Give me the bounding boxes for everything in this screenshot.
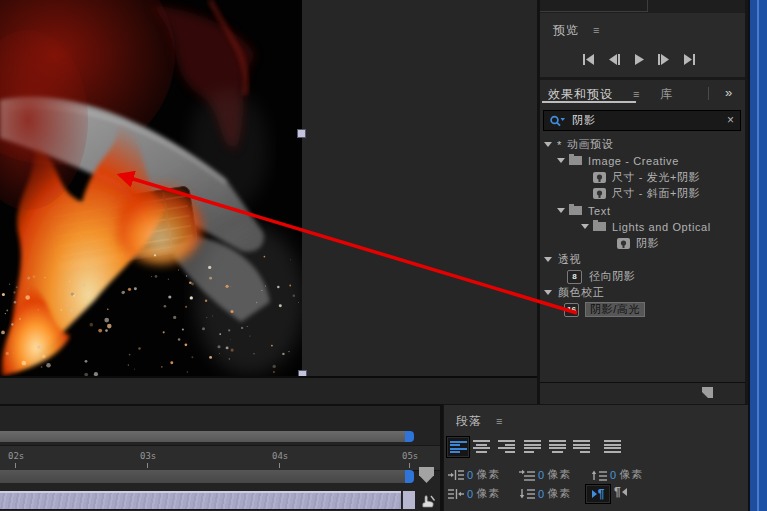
bit-depth-badge: 16 bbox=[564, 303, 579, 317]
time-ruler[interactable]: 02s 03s 04s 05s bbox=[0, 445, 440, 471]
expander-icon[interactable] bbox=[557, 208, 565, 213]
paragraph-panel: 段落 ≡ 0 像素 bbox=[443, 404, 749, 511]
work-area-bar[interactable] bbox=[0, 431, 405, 442]
field-value[interactable]: 0 bbox=[538, 469, 544, 481]
composition-image bbox=[0, 0, 302, 377]
field-value[interactable]: 0 bbox=[467, 469, 473, 481]
field-unit: 像素 bbox=[619, 467, 643, 482]
composition-viewer[interactable] bbox=[0, 0, 537, 404]
field-unit: 像素 bbox=[547, 486, 571, 501]
field-value[interactable]: 0 bbox=[610, 469, 616, 481]
tree-preset-shadow[interactable]: 阴影 bbox=[540, 236, 745, 251]
justify-last-left-button[interactable] bbox=[524, 440, 541, 453]
indent-right-field[interactable]: 0 像素 bbox=[448, 486, 500, 501]
field-value[interactable]: 0 bbox=[538, 488, 544, 500]
field-unit: 像素 bbox=[476, 486, 500, 501]
tick-label: 04s bbox=[272, 451, 288, 461]
expander-icon[interactable] bbox=[544, 257, 552, 262]
next-frame-button[interactable] bbox=[655, 52, 673, 67]
effects-search-box[interactable]: × bbox=[543, 110, 741, 131]
align-left-icon bbox=[450, 441, 467, 454]
space-after-icon bbox=[519, 488, 535, 500]
previous-frame-button[interactable] bbox=[605, 52, 623, 67]
expander-icon[interactable] bbox=[544, 142, 552, 147]
pilcrow-icon: ¶ bbox=[614, 485, 621, 499]
tree-item-label: Lights and Optical bbox=[612, 221, 711, 233]
first-line-indent-field[interactable]: 0 像素 bbox=[519, 467, 571, 482]
panel-menu-icon[interactable]: ≡ bbox=[496, 415, 502, 427]
panel-status-strip bbox=[540, 382, 745, 403]
panel-overflow-icon[interactable]: » bbox=[725, 85, 732, 100]
tree-category-perspective[interactable]: 透视 bbox=[540, 252, 745, 267]
indent-left-icon bbox=[448, 469, 464, 481]
space-before-icon bbox=[591, 469, 607, 481]
desktop-background-sliver bbox=[748, 0, 767, 511]
triangle-right-icon bbox=[592, 490, 597, 498]
tick-mark bbox=[279, 463, 280, 468]
first-frame-button[interactable] bbox=[580, 52, 598, 67]
tree-effect-shadow-highlight[interactable]: 16 阴影/高光 bbox=[540, 302, 745, 317]
play-button[interactable] bbox=[630, 52, 648, 67]
field-unit: 像素 bbox=[547, 467, 571, 482]
selected-item-highlight[interactable]: 阴影/高光 bbox=[585, 302, 645, 317]
tree-category-color-correction[interactable]: 颜色校正 bbox=[540, 285, 745, 300]
tree-folder-text[interactable]: Text bbox=[540, 203, 745, 218]
preset-icon bbox=[617, 238, 630, 249]
layer-duration-bar[interactable] bbox=[0, 491, 401, 510]
space-before-field[interactable]: 0 像素 bbox=[591, 467, 643, 482]
indent-right-icon bbox=[448, 488, 464, 500]
preview-panel: 预览 ≡ bbox=[540, 13, 745, 77]
align-left-button[interactable] bbox=[446, 436, 470, 458]
effects-presets-panel: 效果和预设 ≡ 库 » × * 动画预设 bbox=[540, 80, 745, 403]
last-frame-button[interactable] bbox=[680, 52, 698, 67]
tick-mark bbox=[15, 463, 16, 468]
tree-preset-bevel-shadow[interactable]: 尺寸 - 斜面+阴影 bbox=[540, 186, 745, 201]
tree-item-label: 颜色校正 bbox=[558, 285, 604, 300]
navigator-end-handle[interactable] bbox=[405, 470, 414, 483]
marker-well-icon[interactable] bbox=[419, 467, 434, 483]
justify-last-right-button[interactable] bbox=[573, 440, 590, 453]
expander-icon[interactable] bbox=[557, 158, 565, 163]
timeline-panel: 02s 03s 04s 05s bbox=[0, 404, 443, 511]
tree-item-animation-presets[interactable]: * 动画预设 bbox=[540, 137, 745, 152]
paragraph-panel-title: 段落 bbox=[456, 413, 482, 430]
panel-menu-icon[interactable]: ≡ bbox=[633, 88, 639, 100]
layer-edge-handle[interactable] bbox=[297, 129, 306, 138]
hand-write-on-icon[interactable] bbox=[419, 492, 437, 511]
justify-all-button[interactable] bbox=[604, 440, 621, 453]
layer-bar-end[interactable] bbox=[402, 491, 415, 509]
tree-folder-lights-optical[interactable]: Lights and Optical bbox=[540, 219, 745, 234]
text-direction-rtl-button[interactable]: ¶ bbox=[614, 485, 627, 499]
indent-left-field[interactable]: 0 像素 bbox=[448, 467, 500, 482]
tree-item-label: Text bbox=[588, 205, 611, 217]
navigator-bar[interactable] bbox=[0, 470, 405, 483]
search-icon[interactable] bbox=[549, 114, 566, 128]
search-input[interactable] bbox=[570, 114, 724, 128]
upper-panels-strip bbox=[540, 0, 745, 13]
preview-panel-title: 预览 bbox=[553, 22, 579, 39]
space-after-field[interactable]: 0 像素 bbox=[519, 486, 571, 501]
expander-icon[interactable] bbox=[544, 290, 552, 295]
preset-icon bbox=[593, 188, 606, 199]
pilcrow-icon: ¶ bbox=[598, 487, 605, 501]
work-area-end-handle[interactable] bbox=[405, 431, 414, 442]
text-direction-ltr-button[interactable]: ¶ bbox=[585, 484, 611, 504]
expander-icon[interactable] bbox=[581, 224, 589, 229]
field-value[interactable]: 0 bbox=[467, 488, 473, 500]
tick-label: 02s bbox=[8, 451, 24, 461]
bit-depth-badge: 8 bbox=[567, 270, 582, 284]
tree-effect-radial-shadow[interactable]: 8 径向阴影 bbox=[540, 269, 745, 284]
clear-search-icon[interactable]: × bbox=[727, 113, 734, 127]
tree-item-label: 径向阴影 bbox=[589, 269, 635, 284]
folder-icon bbox=[569, 206, 582, 215]
resize-grip-icon[interactable] bbox=[700, 386, 714, 404]
tab-library[interactable]: 库 bbox=[660, 86, 673, 103]
align-center-button[interactable] bbox=[473, 440, 490, 453]
tree-folder-image-creative[interactable]: Image - Creative bbox=[540, 153, 745, 168]
preset-icon bbox=[593, 172, 606, 183]
align-right-button[interactable] bbox=[498, 440, 515, 453]
justify-last-center-button[interactable] bbox=[549, 440, 566, 453]
tree-preset-glow-shadow[interactable]: 尺寸 - 发光+阴影 bbox=[540, 170, 745, 185]
tick-mark bbox=[147, 463, 148, 468]
panel-menu-icon[interactable]: ≡ bbox=[593, 24, 599, 36]
